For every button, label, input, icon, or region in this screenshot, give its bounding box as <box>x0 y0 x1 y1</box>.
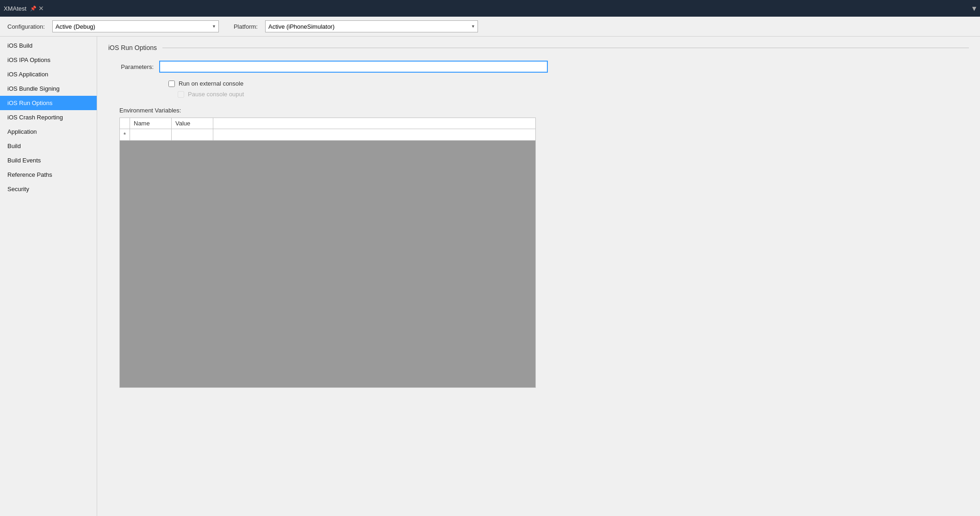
platform-select-wrapper: Active (iPhoneSimulator) <box>265 20 478 32</box>
configuration-select-wrapper: Active (Debug) <box>52 20 219 32</box>
sidebar-item-build-events[interactable]: Build Events <box>0 153 97 168</box>
sidebar-item-ios-application[interactable]: iOS Application <box>0 67 97 81</box>
chevron-down-icon[interactable]: ▾ <box>972 3 976 13</box>
content-area: iOS Run Options Parameters: Run on exter… <box>97 37 980 516</box>
title-bar: XMAtest 📌 ✕ ▾ <box>0 0 980 17</box>
section-title: iOS Run Options <box>108 44 157 51</box>
sidebar-item-security[interactable]: Security <box>0 182 97 196</box>
sidebar: iOS Build iOS IPA Options iOS Applicatio… <box>0 37 97 516</box>
sidebar-item-build[interactable]: Build <box>0 139 97 153</box>
env-row-name[interactable] <box>130 129 172 140</box>
parameters-input[interactable] <box>159 61 548 73</box>
main-content: iOS Build iOS IPA Options iOS Applicatio… <box>0 37 980 516</box>
section-divider <box>162 48 969 48</box>
sidebar-item-ios-ipa-options[interactable]: iOS IPA Options <box>0 53 97 67</box>
window: XMAtest 📌 ✕ ▾ Configuration: Active (Deb… <box>0 0 980 516</box>
env-table-body: * <box>119 129 536 388</box>
configuration-label: Configuration: <box>7 23 45 30</box>
pause-console-output-checkbox[interactable] <box>178 91 184 98</box>
close-button[interactable]: ✕ <box>38 5 44 12</box>
env-col-value: Value <box>172 118 213 129</box>
run-on-external-console-checkbox[interactable] <box>168 81 175 87</box>
env-col-name: Name <box>130 118 172 129</box>
sidebar-item-ios-run-options[interactable]: iOS Run Options <box>0 96 97 110</box>
config-row: Configuration: Active (Debug) Platform: … <box>0 17 980 37</box>
sidebar-item-application[interactable]: Application <box>0 124 97 139</box>
env-col-marker <box>120 118 130 129</box>
sidebar-item-ios-build[interactable]: iOS Build <box>0 38 97 53</box>
table-row: * <box>120 129 535 141</box>
environment-variables-container: Name Value * <box>119 118 536 388</box>
env-table-header: Name Value <box>119 118 536 129</box>
env-row-value[interactable] <box>172 129 213 140</box>
window-title: XMAtest <box>4 5 26 12</box>
sidebar-item-ios-crash-reporting[interactable]: iOS Crash Reporting <box>0 110 97 124</box>
pause-console-output-row: Pause console ouput <box>178 91 969 98</box>
pause-console-output-label: Pause console ouput <box>188 91 244 98</box>
sidebar-item-reference-paths[interactable]: Reference Paths <box>0 168 97 182</box>
parameters-label: Parameters: <box>108 63 159 70</box>
parameters-row: Parameters: <box>108 61 969 73</box>
section-header: iOS Run Options <box>108 44 969 51</box>
sidebar-item-ios-bundle-signing[interactable]: iOS Bundle Signing <box>0 81 97 96</box>
pin-icon[interactable]: 📌 <box>30 6 37 12</box>
env-row-marker: * <box>120 129 130 140</box>
configuration-select[interactable]: Active (Debug) <box>52 20 219 32</box>
environment-variables-label: Environment Variables: <box>119 107 969 114</box>
run-on-external-console-row: Run on external console <box>168 80 969 87</box>
run-on-external-console-label[interactable]: Run on external console <box>179 80 243 87</box>
platform-select[interactable]: Active (iPhoneSimulator) <box>265 20 478 32</box>
platform-label: Platform: <box>234 23 258 30</box>
